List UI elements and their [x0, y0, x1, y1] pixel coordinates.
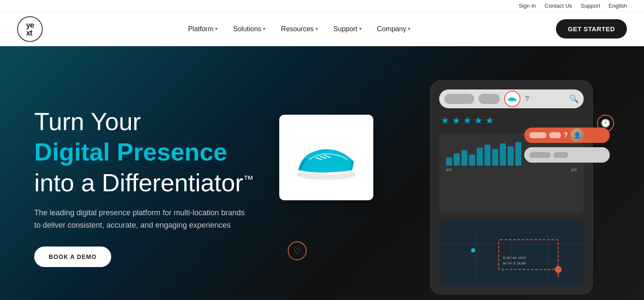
logo-xt: xt [26, 29, 34, 37]
device-panel: ? 🔍 ★ ★ ★ ★ ★ am pm [430, 80, 593, 294]
chat-question-mark: ? [564, 131, 568, 139]
sign-in-link[interactable]: Sign In [519, 3, 536, 9]
svg-point-7 [471, 248, 476, 252]
device-search-bar: ? 🔍 [439, 89, 584, 108]
chevron-down-icon: ▾ [215, 26, 218, 32]
hero-heading-line3: into a Differentiator™ [34, 169, 322, 196]
chart-bar [484, 145, 490, 166]
star-1: ★ [441, 115, 449, 126]
language-selector[interactable]: English [609, 3, 627, 9]
chat-pill-w1 [529, 132, 547, 138]
svg-text:N 40° 44' 2973": N 40° 44' 2973" [503, 256, 526, 260]
support-link[interactable]: Support [581, 3, 600, 9]
map-area: N 40° 44' 2973" W 74° 0' 18.88" [439, 220, 584, 285]
chat-pill-w2 [549, 132, 561, 138]
nav-resources[interactable]: Resources ▾ [281, 25, 318, 33]
chart-bar [515, 142, 521, 166]
chart-bar [446, 157, 452, 166]
contact-us-link[interactable]: Contact Us [545, 3, 572, 9]
nav-support[interactable]: Support ▾ [334, 25, 362, 33]
star-5: ★ [485, 115, 494, 126]
hero-content: Turn Your Digital Presence into a Differ… [34, 108, 322, 267]
star-4: ★ [474, 115, 483, 126]
logo[interactable]: ye xt [17, 16, 43, 42]
logo-circle: ye xt [17, 16, 43, 42]
hero-heading-line1: Turn Your [34, 108, 322, 135]
chat-bubble-2 [524, 147, 610, 163]
chart-bar [469, 154, 475, 166]
map-svg: N 40° 44' 2973" W 74° 0' 18.88" [439, 220, 584, 285]
svg-text:W 74° 0' 18.88": W 74° 0' 18.88" [503, 261, 526, 265]
chat-bubble-1: ? 👤 [524, 128, 610, 143]
chart-bar [461, 150, 467, 166]
main-nav: Platform ▾ Solutions ▾ Resources ▾ Suppo… [188, 25, 411, 33]
hero-heading-line2: Digital Presence [34, 138, 322, 166]
user-avatar: 👤 [570, 128, 584, 142]
nav-solutions[interactable]: Solutions ▾ [233, 25, 266, 33]
chevron-down-icon: ▾ [359, 26, 362, 32]
search-loop-icon: 🔍 [569, 94, 579, 104]
chart-bar [454, 153, 460, 166]
top-bar: Sign In Contact Us Support English [0, 0, 644, 12]
chart-bar [500, 143, 506, 166]
chart-bar [492, 149, 498, 166]
stars-row: ★ ★ ★ ★ ★ [439, 115, 584, 126]
chevron-down-icon: ▾ [263, 26, 266, 32]
star-3: ★ [463, 115, 472, 126]
chart-bar [508, 146, 514, 166]
hero-illustration: ? 🔍 ★ ★ ★ ★ ★ am pm [322, 72, 610, 300]
hero-section: Turn Your Digital Presence into a Differ… [0, 46, 644, 300]
chart-labels: am pm [446, 167, 577, 172]
chevron-down-icon: ▾ [408, 26, 411, 32]
get-started-button[interactable]: GET STARTED [556, 19, 627, 39]
hero-description: The leading digital presence platform fo… [34, 207, 248, 232]
chart-bar [477, 148, 483, 166]
logo-ye: ye [26, 21, 34, 29]
search-pill-1 [444, 94, 474, 104]
chat-pill-g2 [553, 152, 568, 158]
chat-panel: ? 👤 [524, 128, 610, 163]
nav-company[interactable]: Company ▾ [377, 25, 411, 33]
book-demo-button[interactable]: BOOK A DEMO [34, 247, 111, 267]
chevron-down-icon: ▾ [316, 26, 318, 32]
nav-platform[interactable]: Platform ▾ [188, 25, 218, 33]
star-2: ★ [452, 115, 461, 126]
site-header: ye xt Platform ▾ Solutions ▾ Resources ▾… [0, 12, 644, 46]
search-question-mark: ? [525, 95, 529, 104]
shoe-search-icon [504, 91, 520, 107]
search-pill-2 [479, 94, 500, 104]
clock-icon: 🕐 [597, 115, 614, 132]
chat-pill-g1 [529, 152, 551, 158]
svg-point-8 [555, 266, 561, 273]
